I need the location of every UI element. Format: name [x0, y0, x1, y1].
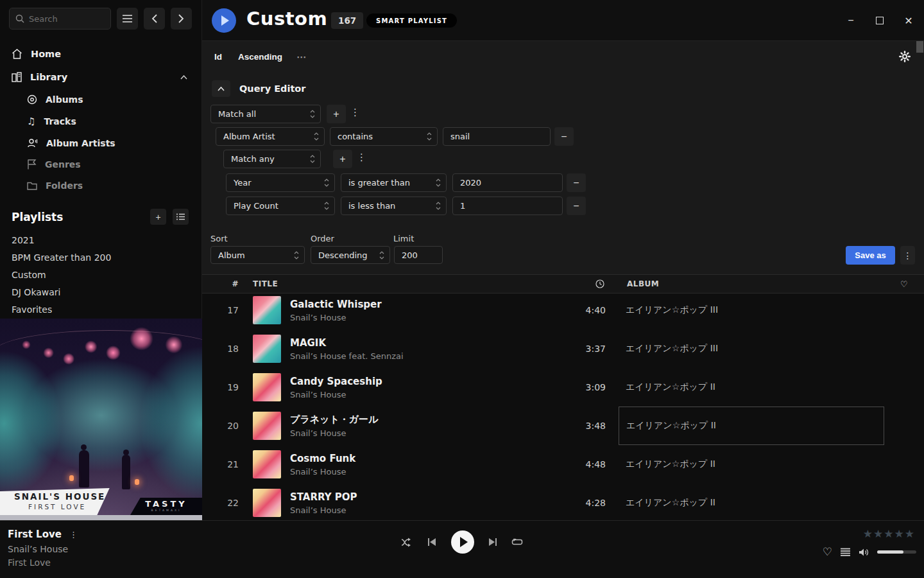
- sort-select[interactable]: Album: [210, 246, 305, 264]
- rule3-operator-select[interactable]: is less than: [341, 197, 447, 215]
- table-row[interactable]: 19 Candy Spaceship Snail’s House 3:09 エイ…: [202, 368, 924, 407]
- rule1-field-select[interactable]: Album Artist: [216, 127, 325, 146]
- queue-button[interactable]: [841, 548, 850, 556]
- remove-rule3-button[interactable]: −: [567, 197, 586, 215]
- track-art[interactable]: [253, 296, 281, 324]
- back-button[interactable]: [144, 8, 165, 30]
- scrollbar-thumb[interactable]: [916, 41, 923, 53]
- table-row[interactable]: 17 Galactic Whisper Snail’s House 4:40 エ…: [202, 291, 924, 329]
- track-artist[interactable]: Snail’s House: [290, 313, 561, 322]
- rule2-field-select[interactable]: Year: [226, 173, 335, 192]
- limit-input[interactable]: 200: [394, 246, 443, 264]
- save-menu-button[interactable]: ⋮: [900, 246, 915, 265]
- search-box[interactable]: [9, 8, 111, 30]
- track-title[interactable]: Galactic Whisper: [290, 299, 561, 310]
- volume-button[interactable]: [859, 548, 869, 557]
- track-title[interactable]: STARRY POP: [290, 491, 561, 503]
- previous-button[interactable]: [427, 538, 436, 547]
- group-menu-button-1[interactable]: ⋮: [350, 107, 360, 118]
- track-title[interactable]: Cosmo Funk: [290, 453, 561, 464]
- track-artist[interactable]: Snail’s House: [290, 390, 561, 399]
- playlist-list-button[interactable]: [173, 209, 189, 225]
- track-artist[interactable]: Snail’s House feat. Sennzai: [290, 351, 561, 361]
- album-cell[interactable]: エイリアン☆ポップ III: [619, 329, 884, 368]
- play-playlist-button[interactable]: [212, 8, 236, 33]
- remove-rule2-button[interactable]: −: [567, 173, 586, 192]
- maximize-button[interactable]: [873, 14, 886, 27]
- rule3-field-select[interactable]: Play Count: [226, 197, 335, 215]
- sidebar-item-library[interactable]: Library: [0, 66, 201, 89]
- add-playlist-button[interactable]: +: [150, 209, 166, 225]
- chevron-up-icon[interactable]: [180, 75, 187, 80]
- heart-icon[interactable]: ♡: [900, 279, 908, 289]
- playlist-item[interactable]: Custom: [0, 266, 201, 283]
- star-icon[interactable]: ★: [884, 527, 893, 540]
- rule2-operator-select[interactable]: is greater than: [341, 173, 447, 192]
- repeat-button[interactable]: [511, 538, 523, 547]
- order-select[interactable]: Descending: [311, 246, 390, 264]
- album-cell[interactable]: エイリアン☆ポップ II: [619, 484, 884, 520]
- star-icon[interactable]: ★: [894, 527, 904, 540]
- shuffle-button[interactable]: [401, 538, 413, 547]
- track-artist[interactable]: Snail’s House: [290, 428, 561, 438]
- rule3-value-input[interactable]: 1: [452, 197, 563, 215]
- now-playing-artist[interactable]: Snail’s House: [8, 544, 78, 554]
- album-cell[interactable]: エイリアン☆ポップ II: [619, 368, 884, 407]
- add-rule-button-1[interactable]: +: [327, 105, 346, 123]
- minimize-button[interactable]: −: [844, 14, 857, 27]
- track-art[interactable]: [253, 450, 281, 478]
- rule1-value-input[interactable]: snail: [443, 127, 551, 146]
- sort-direction-button[interactable]: Ascending: [238, 52, 282, 62]
- volume-slider[interactable]: [877, 550, 916, 554]
- match-type-select-1[interactable]: Match all: [210, 105, 321, 123]
- track-title[interactable]: Candy Spaceship: [290, 376, 561, 387]
- next-button[interactable]: [488, 538, 497, 547]
- now-playing-album[interactable]: First Love: [8, 557, 78, 568]
- match-type-select-2[interactable]: Match any: [223, 150, 321, 168]
- sidebar-item-home[interactable]: Home: [0, 42, 201, 66]
- playlist-item[interactable]: BPM Greater than 200: [0, 249, 201, 266]
- track-title[interactable]: MAGIK: [290, 337, 561, 349]
- playlist-item[interactable]: DJ Okawari: [0, 283, 201, 301]
- settings-button[interactable]: [899, 51, 911, 62]
- track-title[interactable]: プラネット・ガール: [290, 414, 561, 426]
- track-art[interactable]: [253, 335, 281, 363]
- more-options-button[interactable]: ⋯: [296, 51, 307, 63]
- column-header-index[interactable]: #: [202, 279, 239, 288]
- now-playing-title[interactable]: First Love: [8, 529, 62, 540]
- column-header-album[interactable]: ALBUM: [619, 279, 884, 288]
- now-playing-menu-button[interactable]: ⋮: [69, 530, 78, 539]
- table-row[interactable]: 18 MAGIK Snail’s House feat. Sennzai 3:3…: [202, 329, 924, 368]
- query-editor-collapse-button[interactable]: [212, 80, 230, 97]
- menu-button[interactable]: [117, 8, 138, 30]
- save-as-button[interactable]: Save as: [846, 246, 895, 265]
- sidebar-item-folders[interactable]: Folders: [0, 175, 201, 196]
- track-art[interactable]: [253, 373, 281, 401]
- sidebar-item-albums[interactable]: Albums: [0, 89, 201, 110]
- close-button[interactable]: ✕: [902, 14, 915, 27]
- play-pause-button[interactable]: [451, 530, 474, 554]
- sidebar-item-tracks[interactable]: ♫ Tracks: [0, 110, 201, 132]
- add-rule-button-2[interactable]: +: [333, 150, 352, 168]
- playlist-item[interactable]: 2021: [0, 231, 201, 249]
- favorite-button[interactable]: ♡: [823, 545, 832, 559]
- group-menu-button-2[interactable]: ⋮: [357, 152, 366, 163]
- search-input[interactable]: [29, 14, 105, 24]
- sort-field-button[interactable]: Id: [214, 52, 222, 62]
- column-header-duration[interactable]: [595, 279, 604, 288]
- now-playing-art[interactable]: SNAIL'S HOUSE FIRST LOVE TASTY BETAMAXI: [0, 319, 202, 520]
- star-icon[interactable]: ★: [863, 527, 873, 540]
- table-row[interactable]: 22 STARRY POP Snail’s House 4:28 エイリアン☆ポ…: [202, 484, 924, 520]
- star-icon[interactable]: ★: [905, 527, 914, 540]
- track-art[interactable]: [253, 489, 281, 517]
- track-artist[interactable]: Snail’s House: [290, 505, 561, 515]
- star-icon[interactable]: ★: [873, 527, 883, 540]
- album-cell[interactable]: エイリアン☆ポップ II: [619, 407, 884, 445]
- sidebar-item-genres[interactable]: Genres: [0, 153, 201, 175]
- table-row[interactable]: 21 Cosmo Funk Snail’s House 4:48 エイリアン☆ポ…: [202, 445, 924, 484]
- track-art[interactable]: [253, 412, 281, 440]
- table-row[interactable]: 20 プラネット・ガール Snail’s House 3:48 エイリアン☆ポッ…: [202, 407, 924, 445]
- album-cell[interactable]: エイリアン☆ポップ II: [619, 445, 884, 484]
- remove-rule1-button[interactable]: −: [554, 127, 574, 146]
- column-header-title[interactable]: TITLE: [253, 279, 561, 288]
